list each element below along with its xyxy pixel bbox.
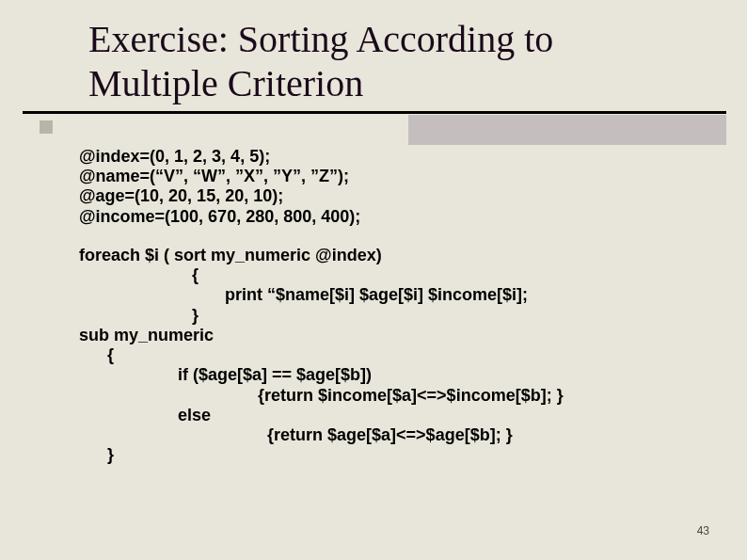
slide-title: Exercise: Sorting According toMultiple C… [88,17,553,105]
code-line: print “$name[$i] $age[$i] $income[$i]; [79,285,700,305]
bullet-marker [40,120,53,134]
code-line: { [79,345,700,365]
page-number: 43 [697,524,709,537]
code-line: } [79,306,700,326]
code-line: {return $age[$a]<=>$age[$b]; } [79,425,700,445]
code-block: @index=(0, 1, 2, 3, 4, 5); @name=(“V”, “… [79,147,700,466]
code-line: @income=(100, 670, 280, 800, 400); [79,207,700,227]
accent-bar [408,115,726,145]
code-line: sub my_numeric [79,326,700,345]
title-underline [23,111,726,114]
slide: Exercise: Sorting According toMultiple C… [0,0,747,560]
code-line: } [79,445,700,465]
code-line: foreach $i ( sort my_numeric @index) [79,246,700,265]
code-line: if ($age[$a] == $age[$b]) [79,365,700,385]
code-line: { [79,265,700,285]
code-line: {return $income[$a]<=>$income[$b]; } [79,386,700,406]
code-line: @age=(10, 20, 15, 20, 10); [79,186,700,206]
code-line: else [79,406,700,425]
code-line: @index=(0, 1, 2, 3, 4, 5); [79,147,700,167]
code-line: @name=(“V”, “W”, ”X”, ”Y”, ”Z”); [79,167,700,186]
